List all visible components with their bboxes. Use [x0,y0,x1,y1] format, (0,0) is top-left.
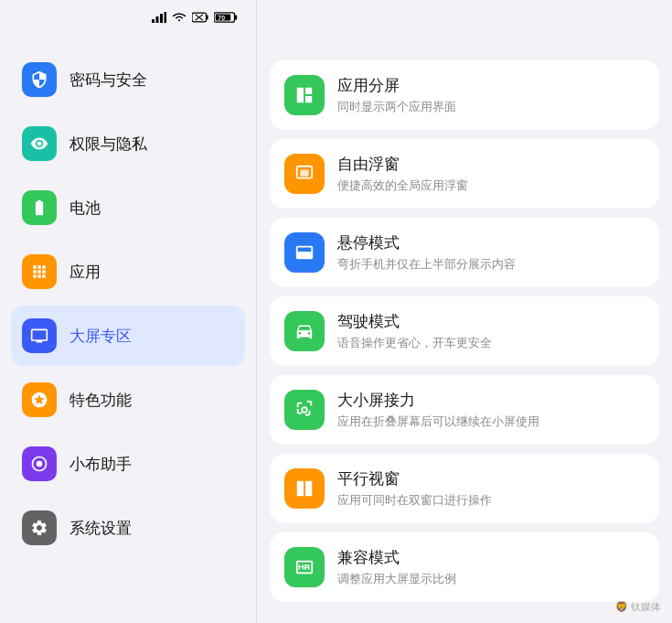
sidebar-item-privacy[interactable]: 权限与隐私 [11,113,245,174]
screen-relay-title: 大小屏接力 [337,390,645,411]
sidebar-item-assistant[interactable]: 小布助手 [11,434,245,494]
card-compat-mode[interactable]: 兼容模式 调整应用大屏显示比例 [270,532,659,602]
compat-mode-text: 兼容模式 调整应用大屏显示比例 [337,547,645,587]
watermark: 🦁 钛媒体 [615,600,661,614]
battery-x-icon [192,12,208,23]
main-title [270,0,659,60]
card-free-window[interactable]: 自由浮窗 便捷高效的全局应用浮窗 [270,139,659,209]
free-window-desc: 便捷高效的全局应用浮窗 [337,177,645,194]
hover-mode-title: 悬停模式 [337,232,645,253]
sidebar-item-battery[interactable]: 电池 [11,177,245,238]
battery-icon [22,190,57,225]
parallel-window-icon [284,468,325,509]
svg-text:70: 70 [218,15,225,21]
parallel-window-desc: 应用可同时在双窗口进行操作 [337,492,645,509]
sidebar-label-features: 特色功能 [69,390,132,411]
signal-icon [152,12,166,23]
svg-rect-2 [160,14,163,23]
sidebar-item-system[interactable]: 系统设置 [11,498,245,558]
svg-rect-3 [165,12,167,23]
main-panel: 应用分屏 同时显示两个应用界面 自由浮窗 便捷高效的全局应用浮窗 悬停模式 弯折… [257,0,672,623]
drive-mode-title: 驾驶模式 [337,311,645,332]
svg-rect-5 [207,16,208,20]
hover-mode-icon [284,232,325,273]
split-screen-icon [284,75,325,115]
sidebar: 70 密码与安全 权限与隐私 电池 应用 大屏专区 特色 [0,0,256,623]
sidebar-label-apps: 应用 [69,262,101,283]
wifi-icon [172,12,187,23]
parallel-window-text: 平行视窗 应用可同时在双窗口进行操作 [337,468,645,509]
sidebar-label-security: 密码与安全 [69,70,147,91]
split-screen-text: 应用分屏 同时显示两个应用界面 [337,75,645,115]
free-window-text: 自由浮窗 便捷高效的全局应用浮窗 [337,154,645,194]
compat-mode-title: 兼容模式 [337,547,645,568]
privacy-icon [22,126,57,161]
drive-mode-text: 驾驶模式 语音操作更省心，开车更安全 [337,311,645,351]
sidebar-label-privacy: 权限与隐私 [69,134,147,155]
assistant-icon [22,446,57,481]
sidebar-title [0,31,256,49]
split-screen-title: 应用分屏 [337,75,645,96]
drive-mode-desc: 语音操作更省心，开车更安全 [337,335,645,351]
svg-rect-0 [152,19,155,23]
security-icon [22,62,57,97]
sidebar-item-features[interactable]: 特色功能 [11,370,245,430]
screen-relay-icon [284,390,325,430]
card-parallel-window[interactable]: 平行视窗 应用可同时在双窗口进行操作 [270,454,659,523]
screen-relay-desc: 应用在折叠屏幕后可以继续在小屏使用 [337,414,645,430]
screen-relay-text: 大小屏接力 应用在折叠屏幕后可以继续在小屏使用 [337,390,645,430]
free-window-title: 自由浮窗 [337,154,645,175]
status-icons: 70 [152,11,238,24]
compat-mode-desc: 调整应用大屏显示比例 [337,571,645,587]
apps-icon [22,254,57,289]
sidebar-label-system: 系统设置 [69,518,132,539]
large-screen-icon [22,318,57,353]
sidebar-list: 密码与安全 权限与隐私 电池 应用 大屏专区 特色功能 小布助手 [0,49,256,623]
sidebar-item-security[interactable]: 密码与安全 [11,49,245,110]
svg-rect-1 [156,16,159,23]
card-split-screen[interactable]: 应用分屏 同时显示两个应用界面 [270,60,659,130]
free-window-icon [284,154,325,194]
svg-rect-9 [235,15,237,19]
drive-mode-icon [284,311,325,351]
sidebar-label-assistant: 小布助手 [69,454,132,475]
card-hover-mode[interactable]: 悬停模式 弯折手机并仅在上半部分展示内容 [270,218,659,287]
sidebar-item-apps[interactable]: 应用 [11,242,245,302]
split-screen-desc: 同时显示两个应用界面 [337,99,645,115]
hover-mode-text: 悬停模式 弯折手机并仅在上半部分展示内容 [337,232,645,273]
parallel-window-title: 平行视窗 [337,468,645,489]
sidebar-label-battery: 电池 [69,198,101,219]
compat-mode-icon [284,547,325,587]
card-drive-mode[interactable]: 驾驶模式 语音操作更省心，开车更安全 [270,296,659,366]
card-screen-relay[interactable]: 大小屏接力 应用在折叠屏幕后可以继续在小屏使用 [270,375,659,445]
watermark-logo: 🦁 钛媒体 [615,600,661,614]
svg-point-13 [37,461,43,467]
status-bar: 70 [0,0,256,31]
sidebar-label-large-screen: 大屏专区 [69,326,132,347]
system-icon [22,510,57,545]
sidebar-item-large-screen[interactable]: 大屏专区 [11,306,245,366]
svg-rect-15 [300,169,308,176]
features-icon [22,382,57,417]
hover-mode-desc: 弯折手机并仅在上半部分展示内容 [337,256,645,273]
battery-icon: 70 [214,11,238,24]
